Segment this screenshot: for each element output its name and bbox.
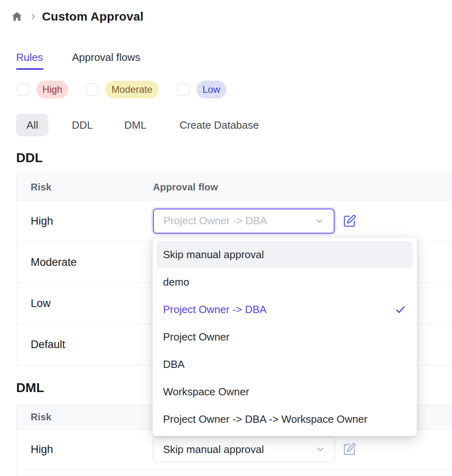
category-tab-create-database[interactable]: Create Database	[180, 119, 259, 132]
category-tab-bar: All DDL DML Create Database	[16, 114, 259, 136]
page-title: Custom Approval	[42, 10, 144, 23]
risk-label: High	[31, 443, 53, 456]
risk-label: Default	[31, 338, 65, 351]
column-header-approval-flow: Approval flow	[153, 182, 218, 193]
table-row-ddl-high: High Project Owner -> DBA	[17, 200, 452, 242]
risk-label: Moderate	[31, 256, 77, 268]
dropdown-option-workspace-owner[interactable]: Workspace Owner	[157, 378, 413, 405]
breadcrumb: Custom Approval	[11, 9, 144, 24]
home-icon[interactable]	[11, 11, 23, 22]
category-tab-ddl[interactable]: DDL	[72, 119, 93, 132]
high-risk-badge[interactable]: High	[36, 81, 68, 98]
dropdown-option-project-owner-dba-workspace-owner[interactable]: Project Owner -> DBA -> Workspace Owner	[157, 405, 413, 433]
high-risk-checkbox[interactable]	[17, 84, 29, 96]
table-row-partial	[17, 470, 452, 476]
column-header-risk: Risk	[31, 411, 52, 423]
dropdown-option-project-owner[interactable]: Project Owner	[157, 323, 413, 351]
active-tab-underline	[16, 68, 44, 70]
dropdown-option-skip-manual-approval[interactable]: Skip manual approval	[157, 241, 413, 268]
tab-approval-flows[interactable]: Approval flows	[72, 51, 140, 64]
option-label: Project Owner -> DBA -> Workspace Owner	[163, 413, 368, 426]
category-tab-dml[interactable]: DML	[124, 119, 146, 132]
option-label: Project Owner -> DBA	[163, 303, 266, 316]
risk-filter-row: High Moderate Low	[17, 81, 226, 98]
dropdown-option-demo[interactable]: demo	[157, 268, 413, 296]
moderate-risk-badge[interactable]: Moderate	[105, 81, 158, 98]
option-label: Project Owner	[163, 331, 230, 343]
option-label: demo	[163, 276, 189, 288]
edit-icon	[343, 214, 356, 228]
section-title-ddl: DDL	[16, 151, 43, 165]
dropdown-option-project-owner-dba[interactable]: Project Owner -> DBA	[157, 296, 413, 323]
edit-icon	[343, 443, 356, 456]
chevron-right-icon	[29, 13, 37, 21]
chevron-down-icon	[315, 444, 326, 455]
ddl-high-approval-flow-select[interactable]: Project Owner -> DBA	[153, 209, 335, 234]
ddl-table-header: Risk Approval flow	[17, 174, 452, 200]
edit-approval-flow-button[interactable]	[343, 214, 356, 228]
tab-bar: Rules Approval flows	[16, 51, 140, 64]
dropdown-option-dba[interactable]: DBA	[157, 351, 413, 378]
risk-label: Low	[31, 297, 51, 309]
check-icon	[394, 303, 406, 315]
column-header-risk: Risk	[31, 182, 52, 193]
option-label: DBA	[163, 358, 184, 371]
select-value: Project Owner -> DBA	[163, 215, 267, 227]
low-risk-badge[interactable]: Low	[197, 81, 226, 98]
option-label: Skip manual approval	[163, 248, 264, 261]
tab-rules[interactable]: Rules	[16, 51, 43, 64]
chevron-down-icon	[314, 216, 325, 226]
select-value: Skip manual approval	[163, 443, 264, 456]
dml-high-approval-flow-select[interactable]: Skip manual approval	[153, 436, 335, 462]
low-risk-checkbox[interactable]	[177, 84, 189, 96]
category-tab-all[interactable]: All	[16, 114, 48, 136]
edit-approval-flow-button[interactable]	[343, 443, 356, 456]
option-label: Workspace Owner	[163, 386, 249, 398]
moderate-risk-checkbox[interactable]	[86, 84, 98, 96]
approval-flow-dropdown: Skip manual approval demo Project Owner …	[153, 238, 417, 436]
section-title-dml: DML	[16, 381, 44, 395]
risk-label: High	[31, 215, 53, 227]
